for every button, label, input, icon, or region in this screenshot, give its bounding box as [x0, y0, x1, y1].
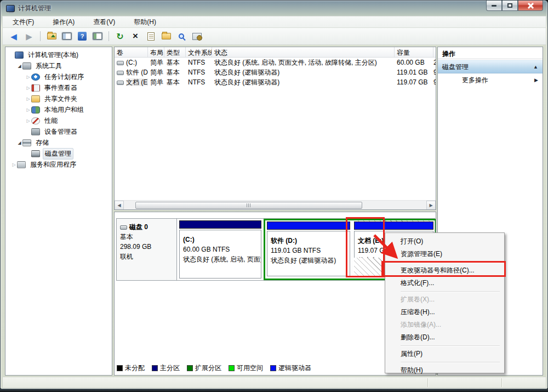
tree-item-event-viewer[interactable]: ▷ 事件查看器: [5, 82, 112, 93]
column-filesystem[interactable]: 文件系统: [186, 47, 212, 57]
partition-d[interactable]: 软件 (D:) 119.01 GB NTFS 状态良好 (逻辑驱动器): [266, 220, 351, 277]
menu-item-shrink-volume[interactable]: 压缩卷(H)...: [386, 306, 503, 319]
tree-item-disk-management[interactable]: 磁盘管理: [5, 148, 112, 159]
minimize-button[interactable]: [486, 1, 502, 11]
app-icon: [6, 5, 15, 12]
partition-c-title: (C:): [183, 235, 258, 245]
column-volume[interactable]: 卷: [115, 47, 148, 57]
close-button[interactable]: [518, 1, 543, 11]
menu-item-help[interactable]: 帮助(H): [386, 364, 503, 377]
actions-group-disk-management[interactable]: 磁盘管理 ▲: [438, 60, 543, 73]
console-options-button[interactable]: [190, 30, 203, 43]
properties-button[interactable]: [144, 30, 157, 43]
legend-swatch-free-space: [229, 365, 235, 371]
tree-item-label[interactable]: 设备管理器: [43, 127, 79, 137]
tree-item-shared-folders[interactable]: ▷ 共享文件夹: [5, 93, 112, 104]
action-pane-toggle-button[interactable]: [91, 30, 104, 43]
column-capacity[interactable]: 容量: [395, 47, 433, 57]
tree-item-device-manager[interactable]: 设备管理器: [5, 126, 112, 137]
event-viewer-icon: [31, 84, 40, 92]
partition-c-size: 60.00 GB NTFS: [183, 245, 258, 254]
delete-button[interactable]: ×: [129, 30, 142, 43]
console-tree-toggle-button[interactable]: [60, 30, 73, 43]
menu-item-properties[interactable]: 属性(P): [386, 348, 503, 360]
tree-item-label[interactable]: 事件查看器: [43, 83, 79, 93]
menu-item-delete-volume[interactable]: 删除卷(D)...: [386, 331, 503, 344]
legend-label: 主分区: [160, 363, 180, 373]
partition-c[interactable]: (C:) 60.00 GB NTFS 状态良好 (系统, 启动, 页面文件, 活…: [178, 219, 262, 280]
twisty-icon[interactable]: ▷: [25, 86, 31, 90]
scrollbar-thumb[interactable]: [135, 202, 362, 209]
tree-item-computer-management[interactable]: 计算机管理(本地): [5, 49, 112, 60]
back-button[interactable]: ◀: [7, 30, 20, 43]
menu-action[interactable]: 操作(A): [47, 16, 80, 28]
twisty-icon[interactable]: ▷: [11, 162, 17, 167]
twisty-icon[interactable]: ▷: [25, 75, 31, 79]
volume-name: (C:): [126, 59, 137, 66]
volume-row-e[interactable]: 文档 (E:) 简单 基本 NTFS 状态良好 (逻辑驱动器) 119.07 G…: [115, 77, 436, 87]
twisty-icon[interactable]: ▷: [25, 107, 31, 112]
menu-view[interactable]: 查看(V): [88, 16, 121, 28]
scroll-right-button[interactable]: ▶: [426, 201, 436, 210]
console-tree-pane: 计算机管理(本地) ◢ 系统工具 ▷ 任务计划程序 ▷ 事件查看器 ▷ 共享文件…: [5, 47, 112, 376]
menu-help[interactable]: 帮助(H): [128, 16, 162, 28]
tree-item-storage[interactable]: ◢ 存储: [5, 137, 112, 148]
tree-item-system-tools[interactable]: ◢ 系统工具: [5, 60, 112, 71]
action-pane-icon: [93, 32, 102, 40]
twisty-icon[interactable]: ◢: [16, 140, 22, 145]
menu-item-change-drive-letter[interactable]: 更改驱动器号和路径(C)...: [386, 264, 503, 277]
menu-item-open[interactable]: 打开(O): [386, 235, 503, 248]
more-actions-item[interactable]: 更多操作 ▶: [438, 73, 543, 87]
open-folder-button[interactable]: [159, 30, 173, 43]
open-folder-icon: [162, 33, 171, 39]
column-type[interactable]: 类型: [164, 47, 186, 57]
tree-item-label[interactable]: 性能: [43, 116, 59, 126]
column-status[interactable]: 状态: [212, 47, 395, 57]
disk-0-info[interactable]: 磁盘 0 基本 298.09 GB 联机: [117, 219, 177, 280]
tree-item-label[interactable]: 计算机管理(本地): [26, 50, 80, 60]
menu-separator: [401, 362, 500, 362]
column-free-space[interactable]: 空闲空间: [433, 47, 436, 57]
tree-item-performance[interactable]: ▷ 性能: [5, 115, 112, 126]
volume-list-pane: 卷 布局 类型 文件系统 状态 容量 空闲空间 (C:) 简单 基本 NTFS …: [114, 47, 436, 210]
tree-item-label[interactable]: 共享文件夹: [43, 94, 79, 104]
twisty-icon[interactable]: ◢: [16, 64, 22, 69]
tree-item-services-applications[interactable]: ▷ 服务和应用程序: [5, 159, 112, 170]
tree-item-label[interactable]: 存储: [34, 138, 50, 148]
tree-item-task-scheduler[interactable]: ▷ 任务计划程序: [5, 71, 112, 82]
volume-type: 基本: [164, 78, 186, 87]
refresh-button[interactable]: ↻: [113, 30, 127, 43]
scroll-left-button[interactable]: ◀: [115, 201, 124, 210]
column-layout[interactable]: 布局: [148, 47, 164, 57]
disk-status: 联机: [120, 252, 173, 262]
menu-separator: [401, 262, 500, 263]
help-button[interactable]: ?: [76, 30, 89, 43]
restore-button[interactable]: [502, 1, 518, 11]
twisty-icon[interactable]: ▷: [25, 118, 31, 123]
volume-row-c[interactable]: (C:) 简单 基本 NTFS 状态良好 (系统, 启动, 页面文件, 活动, …: [115, 58, 436, 67]
volume-row-d[interactable]: 软件 (D:) 简单 基本 NTFS 状态良好 (逻辑驱动器) 119.01 G…: [115, 67, 436, 77]
tree-item-label[interactable]: 系统工具: [34, 61, 64, 71]
up-folder-button[interactable]: [45, 30, 58, 43]
up-folder-icon: [47, 33, 56, 39]
close-icon: [527, 3, 534, 8]
forward-button[interactable]: ▶: [22, 30, 36, 43]
twisty-icon[interactable]: ▷: [25, 96, 31, 101]
volume-free: 9: [433, 69, 436, 76]
horizontal-scrollbar[interactable]: ◀ ▶: [115, 200, 436, 209]
menu-bar: 文件(F) 操作(A) 查看(V) 帮助(H): [2, 16, 546, 28]
tree-item-label[interactable]: 本地用户和组: [43, 105, 85, 115]
tree-item-label[interactable]: 任务计划程序: [43, 72, 85, 82]
search-button[interactable]: [175, 30, 188, 43]
legend-swatch-unallocated: [117, 365, 123, 371]
partition-c-bar: [179, 220, 261, 229]
collapse-icon[interactable]: ▲: [533, 64, 538, 70]
scrollbar-grip-icon: [247, 203, 252, 207]
tree-item-local-users-groups[interactable]: ▷ 本地用户和组: [5, 104, 112, 115]
tree-item-label-selected[interactable]: 磁盘管理: [43, 148, 73, 160]
menu-file[interactable]: 文件(F): [7, 16, 39, 28]
actions-group-label: 磁盘管理: [442, 63, 533, 72]
tree-item-label[interactable]: 服务和应用程序: [28, 160, 78, 170]
menu-item-format[interactable]: 格式化(F)...: [386, 277, 503, 289]
menu-item-explorer[interactable]: 资源管理器(E): [386, 248, 503, 260]
